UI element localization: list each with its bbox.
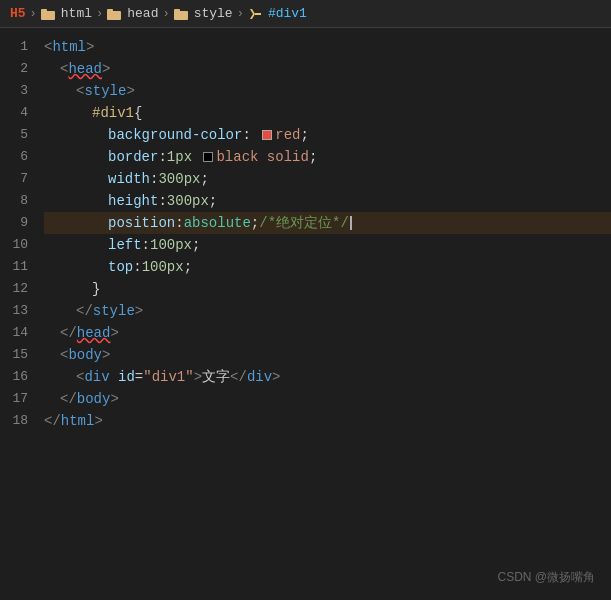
code-line-17: </body> xyxy=(44,388,611,410)
code-line-4: #div1{ xyxy=(44,102,611,124)
breadcrumb-html: html xyxy=(61,6,92,21)
svg-rect-4 xyxy=(174,11,188,20)
svg-rect-0 xyxy=(41,11,55,20)
svg-rect-3 xyxy=(107,9,113,12)
ln10: 10 xyxy=(8,234,28,256)
code-line-12: } xyxy=(44,278,611,300)
code-line-18: </html> xyxy=(44,410,611,432)
editor-container: 1 2 3 4 5 6 7 8 9 10 11 12 13 14 15 16 1… xyxy=(0,28,611,600)
code-line-14: </head> xyxy=(44,322,611,344)
ln13: 13 xyxy=(8,300,28,322)
code-line-11: top:100px; xyxy=(44,256,611,278)
code-line-3: <style> xyxy=(44,80,611,102)
html5-icon: H5 xyxy=(10,6,26,21)
ln14: 14 xyxy=(8,322,28,344)
breadcrumb-style: style xyxy=(194,6,233,21)
sep1: › xyxy=(30,7,37,21)
code-line-7: width:300px; xyxy=(44,168,611,190)
svg-rect-1 xyxy=(41,9,47,12)
code-line-6: border:1px black solid; xyxy=(44,146,611,168)
ln18: 18 xyxy=(8,410,28,432)
color-swatch-red xyxy=(262,130,272,140)
ln7: 7 xyxy=(8,168,28,190)
ln5: 5 xyxy=(8,124,28,146)
breadcrumb-bar: H5 › html › head › style › #div1 xyxy=(0,0,611,28)
css-selector-icon xyxy=(248,7,262,21)
ln17: 17 xyxy=(8,388,28,410)
ln4: 4 xyxy=(8,102,28,124)
color-swatch-black xyxy=(203,152,213,162)
code-line-5: background-color: red; xyxy=(44,124,611,146)
breadcrumb-head: head xyxy=(127,6,158,21)
watermark: CSDN @微扬嘴角 xyxy=(497,566,595,588)
ln1: 1 xyxy=(8,36,28,58)
text-cursor xyxy=(350,216,352,230)
ln6: 6 xyxy=(8,146,28,168)
ln15: 15 xyxy=(8,344,28,366)
svg-rect-6 xyxy=(255,13,261,15)
ln11: 11 xyxy=(8,256,28,278)
ln3: 3 xyxy=(8,80,28,102)
ln2: 2 xyxy=(8,58,28,80)
svg-rect-2 xyxy=(107,11,121,20)
line-numbers: 1 2 3 4 5 6 7 8 9 10 11 12 13 14 15 16 1… xyxy=(0,28,40,600)
folder-icon-style xyxy=(174,8,188,20)
breadcrumb-div1: #div1 xyxy=(268,6,307,21)
code-editor[interactable]: <html> <head> <style> #div1{ background-… xyxy=(40,28,611,600)
ln8: 8 xyxy=(8,190,28,212)
svg-rect-5 xyxy=(174,9,180,12)
code-line-15: <body> xyxy=(44,344,611,366)
code-line-2: <head> xyxy=(44,58,611,80)
code-line-16: <div id="div1">文字</div> xyxy=(44,366,611,388)
ln16: 16 xyxy=(8,366,28,388)
folder-icon-html xyxy=(41,8,55,20)
code-line-1: <html> xyxy=(44,36,611,58)
code-line-9: position:absolute;/*绝对定位*/ xyxy=(44,212,611,234)
code-line-13: </style> xyxy=(44,300,611,322)
code-line-10: left:100px; xyxy=(44,234,611,256)
code-line-8: height:300px; xyxy=(44,190,611,212)
ln12: 12 xyxy=(8,278,28,300)
ln9: 9 xyxy=(8,212,28,234)
folder-icon-head xyxy=(107,8,121,20)
